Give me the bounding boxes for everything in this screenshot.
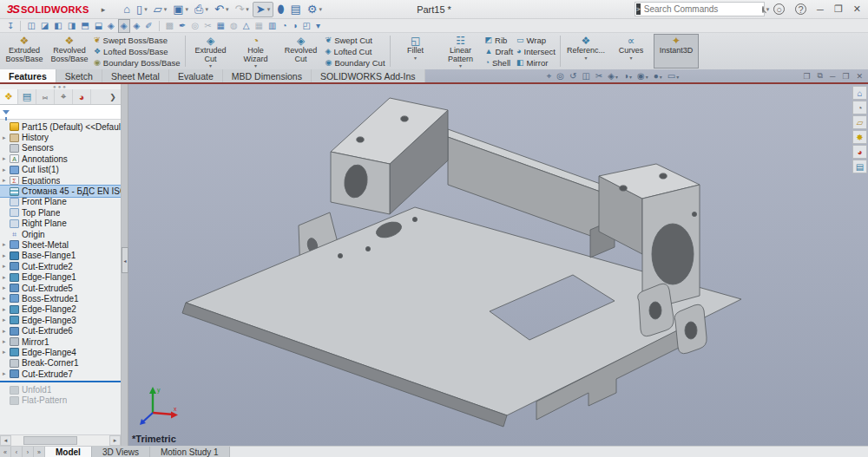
expand-arrow-icon[interactable]: ▸ [3, 317, 10, 323]
expand-arrow-icon[interactable]: ▸ [3, 134, 10, 141]
expand-arrow-icon[interactable]: ▸ [3, 338, 10, 345]
tree-item-front-plane[interactable]: Front Plane [0, 197, 121, 207]
tree-item-part15-default-default-display[interactable]: Part15 (Default) <<Default>_Display [0, 121, 121, 132]
account-icon[interactable]: ○ [773, 3, 785, 15]
appearances-scenes-icon[interactable]: ◕ [852, 145, 867, 159]
edit-appearance-icon[interactable]: ●▾ [654, 71, 662, 81]
quick-snaps-icon[interactable]: ◑ [290, 20, 299, 32]
tree-item-top-plane[interactable]: Top Plane [0, 207, 121, 218]
trim-entities-icon[interactable]: ✂ [202, 20, 213, 32]
reference-geometry-button[interactable]: ❖Referenc...▾ [563, 34, 608, 69]
3d-drawing-view-icon[interactable]: ▩ [164, 20, 175, 32]
view-top-icon[interactable]: ⬒ [79, 20, 90, 32]
hide-show-items-icon[interactable]: ◉▾ [637, 71, 648, 81]
tree-item-cut-list-1-[interactable]: ▸Cut list(1) [0, 165, 121, 175]
swept-cut-button[interactable]: ❦Swept Cut [326, 35, 385, 46]
curves-button[interactable]: ∝Curves▾ [608, 34, 654, 69]
section-view-icon[interactable]: ◫ [582, 71, 589, 81]
tree-item-origin[interactable]: ⌗Origin [0, 229, 121, 239]
expand-arrow-icon[interactable]: ▸ [3, 166, 10, 173]
part-model-3d[interactable] [128, 84, 868, 446]
solidworks-logo[interactable]: 3S SOLIDWORKS [0, 3, 95, 16]
dropdown-icon[interactable]: ▾ [314, 20, 322, 32]
expand-arrow-icon[interactable]: ▸ [3, 349, 10, 356]
fillet-button[interactable]: ◱Fillet▾ [393, 34, 438, 69]
tree-item-boss-extrude1[interactable]: ▸Boss-Extrude1 [0, 293, 121, 304]
dropdown-icon[interactable]: ▾ [205, 2, 208, 17]
dropdown-icon[interactable]: ▾ [676, 75, 679, 80]
save-icon[interactable]: ▣▾ [170, 2, 191, 17]
search-icon[interactable] [762, 6, 764, 13]
hscroll-left-icon[interactable]: ◂ [0, 435, 11, 446]
displaymanager-tab[interactable]: ◕ [73, 89, 91, 104]
view-isometric-icon[interactable]: ◈ [106, 20, 116, 32]
zoom-to-fit-icon[interactable]: ⌖ [547, 71, 552, 82]
rib-button[interactable]: ◩Rib [485, 35, 514, 46]
expand-arrow-icon[interactable]: ▸ [3, 284, 10, 291]
tree-item-unfold1[interactable]: Unfold1 [0, 384, 121, 395]
expand-arrow-icon[interactable]: ▸ [3, 263, 10, 270]
rollback-arrow-icon[interactable]: ↧ [5, 20, 16, 32]
tree-item-edge-flange4[interactable]: ▸Edge-Flange4 [0, 347, 121, 357]
tree-item-cut-extrude6[interactable]: ▸Cut-Extrude6 [0, 325, 121, 336]
dropdown-icon[interactable]: ▾ [267, 2, 271, 17]
extruded-cut-button[interactable]: ◈Extruded Cut▾ [188, 34, 233, 69]
zoom-to-area-icon[interactable]: ◎ [556, 71, 564, 81]
first-tab-icon[interactable]: « [0, 447, 11, 457]
tab-model[interactable]: Model [45, 447, 92, 457]
repair-sketch-icon[interactable]: ◔ [279, 20, 288, 32]
extruded-boss-base-button[interactable]: ❖Extruded Boss/Base [2, 34, 47, 69]
help-icon[interactable]: ? [795, 3, 806, 15]
doc-new-window-icon[interactable]: ❐ [803, 72, 810, 81]
mirror-entities-icon[interactable]: △ [241, 20, 252, 32]
dropdown-icon[interactable]: ▾ [144, 2, 148, 17]
tree-item-break-corner1[interactable]: Break-Corner1 [0, 358, 121, 369]
search-commands-input[interactable] [641, 4, 762, 14]
hscroll-track[interactable] [11, 435, 109, 446]
tree-item-mirror1[interactable]: ▸Mirror1 [0, 336, 121, 347]
tab-evaluate[interactable]: Evaluate [169, 69, 223, 82]
smart-dimension-icon[interactable]: ◎ [189, 20, 201, 32]
tree-item-cut-extrude2[interactable]: ▸Cut-Extrude2 [0, 261, 121, 271]
panel-collapse-handle[interactable]: ◂ [122, 247, 128, 273]
doc-minimize-icon[interactable]: ─ [830, 72, 835, 81]
tree-item-cut-extrude7[interactable]: ▸Cut-Extrude7 [0, 369, 121, 379]
dropdown-icon[interactable]: ▾ [186, 2, 189, 17]
boundary-cut-button[interactable]: ◉Boundary Cut [326, 57, 385, 69]
revolved-cut-button[interactable]: ◈Revolved Cut [279, 34, 324, 69]
dropdown-icon[interactable]: ▾ [660, 75, 662, 80]
open-icon[interactable]: ▱▾ [151, 2, 170, 17]
undo-icon[interactable]: ↶▾ [212, 2, 231, 17]
view-orientation-icon[interactable]: ◈▾ [608, 71, 618, 81]
view-dimetric-icon[interactable]: ◈ [132, 20, 142, 32]
tree-item-base-flange1[interactable]: ▸Base-Flange1 [0, 251, 121, 261]
mirror-button[interactable]: ◧Mirror [516, 57, 556, 69]
dynamic-annotation-icon[interactable]: ✂ [595, 71, 602, 81]
design-library-icon[interactable]: ▱ [852, 115, 867, 129]
expand-arrow-icon[interactable]: ▸ [3, 274, 10, 281]
dropdown-icon[interactable]: ▾ [414, 55, 417, 61]
print-icon[interactable]: ⎙▾ [192, 2, 211, 17]
tree-item-flat-pattern[interactable]: Flat-Pattern [0, 395, 121, 406]
tree-item-edge-flange3[interactable]: ▸Edge-Flange3 [0, 315, 121, 325]
tree-item-history[interactable]: ▸History [0, 132, 121, 142]
rapid-sketch-icon[interactable]: ◰ [300, 20, 312, 32]
tab-solidworks-add-ins[interactable]: SOLIDWORKS Add-Ins [312, 69, 425, 82]
tree-item-annotations[interactable]: ▸AAnnotations [0, 153, 121, 164]
prev-tab-icon[interactable]: ‹ [11, 447, 23, 457]
expand-arrow-icon[interactable]: ▸ [3, 241, 10, 248]
view-front-icon[interactable]: ◫ [25, 20, 36, 32]
tree-item-edge-flange2[interactable]: ▸Edge-Flange2 [0, 304, 121, 315]
tab-3d-views[interactable]: 3D Views [92, 447, 150, 457]
select-cursor-icon[interactable]: ➤▾ [253, 2, 273, 17]
dropdown-icon[interactable]: ▾ [319, 2, 322, 17]
view-trimetric-icon[interactable]: ◈ [118, 19, 130, 33]
intersect-button[interactable]: ◕Intersect [516, 46, 556, 57]
lofted-boss-base-button[interactable]: ❖Lofted Boss/Base [94, 46, 181, 57]
view-left-icon[interactable]: ◧ [52, 20, 63, 32]
menu-expand-icon[interactable]: ▸ [95, 5, 113, 14]
restore-icon[interactable]: ❐ [834, 3, 843, 15]
offset-entities-icon[interactable]: ◍ [228, 20, 240, 32]
lofted-cut-button[interactable]: ◈Lofted Cut [326, 46, 385, 57]
tree-item-edge-flange1[interactable]: ▸Edge-Flange1 [0, 271, 121, 282]
